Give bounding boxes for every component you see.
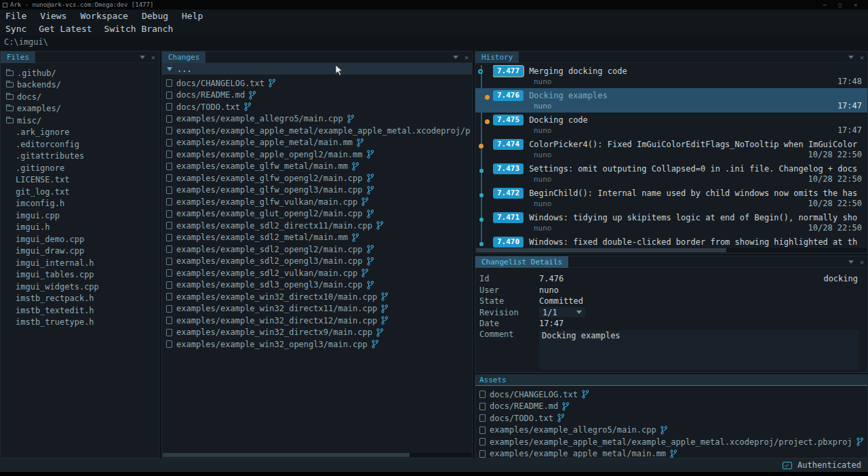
- file-tree-item[interactable]: .github/: [1, 67, 159, 79]
- file-tree-item[interactable]: imgui.cpp: [1, 210, 159, 222]
- scrollbar-thumb[interactable]: [476, 248, 726, 252]
- menu-item[interactable]: Views: [40, 11, 66, 21]
- history-row[interactable]: 7.477 Merging docking code nuno 17:48: [475, 64, 867, 88]
- file-tree-item[interactable]: .gitignore: [1, 162, 159, 174]
- chevron-down-icon[interactable]: [167, 67, 172, 71]
- changed-file-row[interactable]: examples/example_sdl2_vulkan/main.cpp: [162, 267, 472, 279]
- file-tree-item[interactable]: git_log.txt: [1, 186, 159, 198]
- revision-select[interactable]: 1/1: [539, 307, 585, 317]
- menu-item[interactable]: File: [5, 11, 26, 21]
- filter-icon[interactable]: [140, 56, 145, 59]
- toolbar-button[interactable]: Sync: [5, 24, 26, 34]
- file-tree-item[interactable]: backends/: [1, 79, 159, 92]
- file-tree-item[interactable]: imgui_widgets.cpp: [1, 281, 159, 293]
- changed-file-row[interactable]: examples/example_sdl2_metal/main.mm: [162, 232, 472, 244]
- close-icon[interactable]: ✕: [151, 54, 155, 61]
- changed-file-row[interactable]: docs/CHANGELOG.txt: [162, 77, 472, 90]
- changed-file-row[interactable]: examples/example_apple_metal/example_app…: [162, 125, 472, 137]
- asset-row[interactable]: docs/CHANGELOG.txt: [475, 389, 867, 401]
- details-panel-title[interactable]: Changelist Details: [475, 256, 568, 268]
- state-label: State: [479, 296, 539, 306]
- file-tree-item[interactable]: imconfig.h: [1, 198, 159, 210]
- changed-file-row[interactable]: examples/example_win32_directx10/main.cp…: [162, 291, 472, 303]
- history-row[interactable]: 7.476 Docking examples nuno 17:47: [475, 88, 867, 113]
- close-icon[interactable]: ✕: [465, 54, 469, 61]
- file-tree-item[interactable]: imgui_demo.cpp: [1, 233, 159, 245]
- changed-file-row[interactable]: examples/example_apple_opengl2/main.mm: [162, 148, 472, 161]
- commit-title: BeginChild(): Internal name used by chil…: [529, 189, 857, 198]
- minimize-button[interactable]: ─: [823, 2, 827, 8]
- asset-row[interactable]: docs/README.md: [475, 401, 867, 413]
- file-tree-item[interactable]: imstb_textedit.h: [1, 304, 159, 317]
- history-list: 7.477 Merging docking code nuno 17:48 7.…: [475, 64, 867, 247]
- close-button[interactable]: ✕: [854, 2, 857, 8]
- history-panel-title[interactable]: History: [475, 52, 519, 63]
- history-row[interactable]: 7.473 Settings: omit outputing Collapsed…: [475, 161, 867, 186]
- changed-file-row[interactable]: examples/example_glfw_opengl2/main.cpp: [162, 172, 472, 184]
- file-tree-item[interactable]: imgui_tables.cpp: [1, 269, 159, 281]
- changed-file-row[interactable]: examples/example_sdl2_directx11/main.cpp: [162, 220, 472, 232]
- changed-file-row[interactable]: docs/README.md: [162, 90, 472, 102]
- changed-file-row[interactable]: examples/example_win32_directx9/main.cpp: [162, 327, 472, 339]
- toolbar-button[interactable]: Get Latest: [39, 24, 92, 34]
- file-tree-item[interactable]: misc/: [1, 115, 159, 127]
- comment-label: Comment: [479, 330, 539, 339]
- changes-horizontal-scrollbar[interactable]: [163, 453, 471, 457]
- file-tree-item[interactable]: LICENSE.txt: [1, 174, 159, 186]
- history-row[interactable]: 7.471 Windows: tidying up skipitems logi…: [475, 210, 867, 235]
- file-tree-item[interactable]: imstb_truetype.h: [1, 317, 159, 329]
- changed-file-row[interactable]: examples/example_sdl3_opengl3/main.cpp: [162, 279, 472, 292]
- close-icon[interactable]: ✕: [860, 259, 864, 266]
- history-row[interactable]: 7.470 Windows: fixed double-clicked bord…: [475, 235, 867, 247]
- file-tree-item[interactable]: .gitattributes: [1, 151, 159, 163]
- filter-icon[interactable]: [848, 260, 854, 264]
- menu-item[interactable]: Help: [182, 11, 203, 21]
- file-tree-item[interactable]: imgui_internal.h: [1, 257, 159, 269]
- scrollbar-thumb[interactable]: [163, 453, 410, 457]
- history-row[interactable]: 7.472 BeginChild(): Internal name used b…: [475, 186, 867, 210]
- changed-file-row[interactable]: docs/TODO.txt: [162, 101, 472, 113]
- file-tree-item[interactable]: .editorconfig: [1, 138, 159, 151]
- file-tree-item[interactable]: imstb_rectpack.h: [1, 293, 159, 305]
- changed-file-row[interactable]: examples/example_glfw_vulkan/main.cpp: [162, 196, 472, 208]
- file-tree-item[interactable]: imgui_draw.cpp: [1, 245, 159, 258]
- file-icon: [166, 139, 172, 146]
- filter-icon[interactable]: [848, 56, 854, 59]
- asset-row[interactable]: examples/example_allegro5/main.cpp: [475, 424, 867, 437]
- changed-file-row[interactable]: examples/example_allegro5/main.cpp: [162, 113, 472, 125]
- changed-file-row[interactable]: examples/example_win32_directx11/main.cp…: [162, 303, 472, 315]
- changed-file-row[interactable]: examples/example_sdl2_opengl2/main.cpp: [162, 243, 472, 256]
- toolbar-button[interactable]: Switch Branch: [104, 24, 174, 34]
- file-tree-item[interactable]: imgui.h: [1, 222, 159, 234]
- menu-item[interactable]: Debug: [142, 11, 168, 21]
- asset-row[interactable]: examples/example_apple_metal/example_app…: [475, 436, 867, 448]
- close-icon[interactable]: ✕: [860, 54, 864, 61]
- asset-row[interactable]: examples/example_apple_metal/main.mm: [475, 448, 867, 459]
- changed-file-row[interactable]: examples/example_glfw_metal/main.mm: [162, 161, 472, 173]
- file-icon: [166, 174, 172, 182]
- changed-file-row[interactable]: examples/example_win32_opengl3/main.cpp: [162, 338, 472, 351]
- changed-file-row[interactable]: examples/example_sdl2_opengl3/main.cpp: [162, 256, 472, 268]
- changed-file-row[interactable]: examples/example_glut_opengl2/main.cpp: [162, 208, 472, 220]
- comment-box[interactable]: Docking examples: [539, 330, 859, 370]
- asset-row[interactable]: docs/TODO.txt: [475, 412, 867, 424]
- file-tree-item[interactable]: .ark_ignore: [1, 127, 159, 139]
- changes-panel-title[interactable]: Changes: [162, 52, 205, 63]
- changed-file-row[interactable]: examples/example_apple_metal/main.mm: [162, 137, 472, 149]
- filter-icon[interactable]: [453, 56, 458, 59]
- files-panel-title[interactable]: Files: [1, 52, 35, 63]
- file-tree-item[interactable]: examples/: [1, 103, 159, 115]
- menu-item[interactable]: Workspace: [80, 11, 127, 21]
- changed-file-row[interactable]: examples/example_win32_directx12/main.cp…: [162, 315, 472, 327]
- chevron-down-icon: [576, 311, 582, 314]
- file-tree-item[interactable]: docs/: [1, 91, 159, 103]
- changes-root-row[interactable]: ...: [162, 63, 472, 75]
- changed-file-row[interactable]: examples/example_glfw_opengl3/main.cpp: [162, 184, 472, 197]
- branch-icon: [660, 426, 667, 435]
- changed-file-name: examples/example_sdl2_opengl2/main.cpp: [176, 245, 363, 254]
- files-header-icons: ✕: [140, 52, 155, 63]
- history-row[interactable]: 7.475 Docking code nuno 17:47: [475, 113, 867, 137]
- maximize-button[interactable]: ▢: [838, 2, 842, 8]
- history-horizontal-scrollbar[interactable]: [476, 248, 867, 252]
- history-row[interactable]: 7.474 ColorPicker4(): Fixed ImGuiColorEd…: [475, 137, 867, 161]
